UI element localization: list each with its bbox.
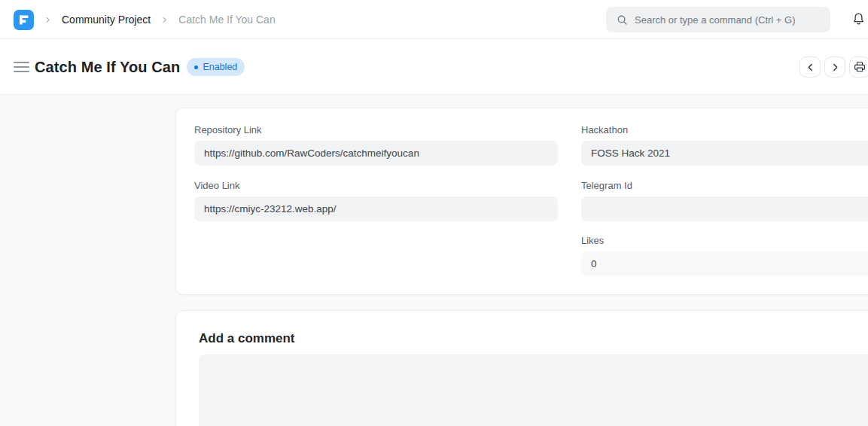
- repository-link-input[interactable]: [194, 141, 558, 166]
- notifications-button[interactable]: [851, 11, 866, 28]
- field-repository-link: Repository Link: [194, 125, 558, 166]
- comment-input[interactable]: [199, 354, 868, 426]
- comments-heading: Add a comment: [199, 331, 295, 346]
- frappe-logo[interactable]: [14, 10, 34, 30]
- breadcrumb: Community Project Catch Me If You Can: [14, 0, 276, 39]
- likes-input: [581, 251, 868, 276]
- breadcrumb-item-current[interactable]: Catch Me If You Can: [178, 14, 275, 26]
- comments-card: Add a comment: [175, 310, 868, 426]
- search-icon: [617, 14, 628, 26]
- document-form-card: Repository Link Video Link Hackathon Tel…: [175, 108, 868, 295]
- chevron-right-icon: [830, 62, 840, 72]
- header-actions: [799, 56, 868, 78]
- breadcrumb-item-community-project[interactable]: Community Project: [62, 14, 151, 26]
- field-label: Video Link: [194, 181, 558, 190]
- breadcrumb-chevron-icon: [160, 16, 169, 24]
- hackathon-input[interactable]: [581, 141, 868, 166]
- menu-icon: [14, 66, 29, 68]
- status-badge-label: Enabled: [203, 62, 237, 72]
- frappe-f-icon: [14, 10, 34, 30]
- top-navbar: Community Project Catch Me If You Can: [0, 0, 868, 39]
- status-dot: [194, 65, 198, 69]
- chevron-left-icon: [806, 62, 815, 72]
- breadcrumb-chevron-icon: [44, 16, 52, 24]
- page-title: Catch Me If You Can: [35, 59, 180, 76]
- next-document-button[interactable]: [824, 56, 845, 78]
- menu-icon: [14, 71, 29, 72]
- search-input[interactable]: [635, 7, 830, 32]
- status-badge: Enabled: [187, 58, 245, 76]
- print-button[interactable]: [849, 56, 868, 78]
- bell-icon: [851, 11, 866, 27]
- field-likes: Likes: [581, 236, 868, 276]
- field-video-link: Video Link: [194, 181, 558, 221]
- previous-document-button[interactable]: [799, 56, 821, 78]
- printer-icon: [854, 61, 866, 73]
- field-label: Telegram Id: [581, 181, 868, 190]
- field-label: Likes: [581, 236, 868, 245]
- telegram-id-input[interactable]: [581, 196, 868, 221]
- sidebar-toggle-button[interactable]: [14, 62, 29, 72]
- video-link-input[interactable]: [194, 196, 558, 221]
- page-header: Catch Me If You Can Enabled: [0, 39, 868, 95]
- field-telegram-id: Telegram Id: [581, 181, 868, 221]
- field-label: Repository Link: [194, 125, 558, 135]
- field-label: Hackathon: [581, 125, 868, 135]
- global-search[interactable]: [606, 7, 830, 32]
- field-hackathon: Hackathon: [581, 125, 868, 166]
- menu-icon: [14, 62, 29, 63]
